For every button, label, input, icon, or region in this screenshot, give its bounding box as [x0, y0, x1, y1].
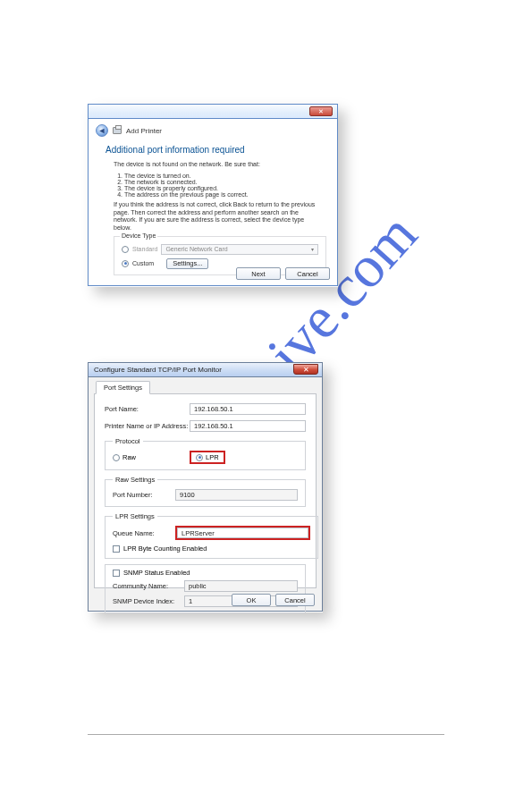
ip-address-input[interactable]: 192.168.50.1 — [190, 420, 306, 432]
port-number-label: Port Number: — [113, 491, 175, 499]
queue-highlight-box: LPRServer — [175, 526, 310, 540]
title-bar: ✕ — [88, 104, 338, 119]
breadcrumb-label: Add Printer — [126, 127, 162, 135]
raw-radio[interactable] — [113, 454, 120, 461]
cancel-button[interactable]: Cancel — [285, 267, 330, 280]
close-icon[interactable]: ✕ — [293, 364, 318, 375]
raw-label: Raw — [122, 453, 136, 461]
port-name-label: Port Name: — [105, 405, 190, 413]
lpr-label: LPR — [206, 453, 219, 461]
custom-radio[interactable] — [122, 260, 129, 267]
tab-port-settings[interactable]: Port Settings — [96, 381, 150, 394]
snmp-checkbox[interactable] — [113, 570, 120, 577]
raw-settings-legend: Raw Settings — [113, 476, 157, 484]
lpr-byte-label: LPR Byte Counting Enabled — [123, 545, 207, 553]
close-icon[interactable]: ✕ — [309, 106, 333, 116]
dialog-body: Port Settings Port Name: 192.168.50.1 Pr… — [88, 377, 323, 612]
list-item: The device is turned on. — [124, 173, 331, 179]
tab-panel: Port Name: 192.168.50.1 Printer Name or … — [94, 393, 317, 588]
ok-button[interactable]: OK — [232, 594, 271, 606]
lpr-byte-checkbox[interactable] — [113, 545, 120, 553]
list-item: The device is properly configured. — [124, 185, 331, 191]
title-bar: Configure Standard TCP/IP Port Monitor ✕ — [88, 362, 323, 377]
lpr-settings-legend: LPR Settings — [113, 512, 157, 520]
dialog-body: ◄ Add Printer Additional port informatio… — [88, 119, 338, 286]
list-item: The network is connected. — [124, 179, 331, 185]
combo-value: Generic Network Card — [165, 246, 227, 252]
community-input: public — [184, 580, 298, 592]
lpr-highlight-box: LPR — [190, 451, 225, 464]
port-name-input[interactable]: 192.168.50.1 — [190, 403, 306, 415]
list-item: The address on the previous page is corr… — [124, 191, 331, 198]
dialog-title: Configure Standard TCP/IP Port Monitor — [94, 366, 222, 374]
ip-address-label: Printer Name or IP Address: — [105, 422, 190, 430]
printer-icon — [113, 127, 122, 134]
cancel-button[interactable]: Cancel — [275, 594, 315, 606]
page-title: Additional port information required — [106, 145, 331, 155]
configure-port-dialog: Configure Standard TCP/IP Port Monitor ✕… — [88, 362, 323, 612]
raw-settings-group: Raw Settings Port Number: 9100 — [105, 476, 306, 507]
chevron-down-icon: ▾ — [311, 246, 314, 252]
custom-label: Custom — [132, 260, 154, 266]
protocol-legend: Protocol — [113, 437, 143, 445]
standard-label: Standard — [132, 246, 157, 252]
port-number-input: 9100 — [175, 489, 298, 501]
instruction-text: If you think the address is not correct,… — [114, 201, 319, 232]
group-legend: Device Type — [120, 232, 157, 239]
settings-button[interactable]: Settings... — [166, 258, 208, 269]
lpr-settings-group: LPR Settings Queue Name: LPRServer LPR B… — [105, 512, 318, 559]
footer-divider — [88, 734, 444, 735]
snmp-index-label: SNMP Device Index: — [113, 597, 184, 605]
community-label: Community Name: — [113, 582, 184, 590]
lpr-radio[interactable] — [196, 454, 203, 461]
protocol-group: Protocol Raw LPR — [105, 437, 306, 470]
add-printer-dialog: ✕ ◄ Add Printer Additional port informat… — [88, 104, 338, 287]
standard-combo[interactable]: Generic Network Card ▾ — [161, 244, 318, 255]
intro-text: The device is not found on the network. … — [114, 161, 331, 169]
queue-name-input[interactable]: LPRServer — [177, 528, 308, 538]
next-button[interactable]: Next — [236, 267, 281, 280]
standard-radio[interactable] — [122, 246, 129, 253]
snmp-label: SNMP Status Enabled — [123, 569, 190, 577]
breadcrumb: ◄ Add Printer — [96, 124, 331, 137]
back-icon[interactable]: ◄ — [96, 124, 108, 137]
queue-name-label: Queue Name: — [113, 529, 175, 537]
requirements-list: The device is turned on. The network is … — [114, 173, 331, 198]
